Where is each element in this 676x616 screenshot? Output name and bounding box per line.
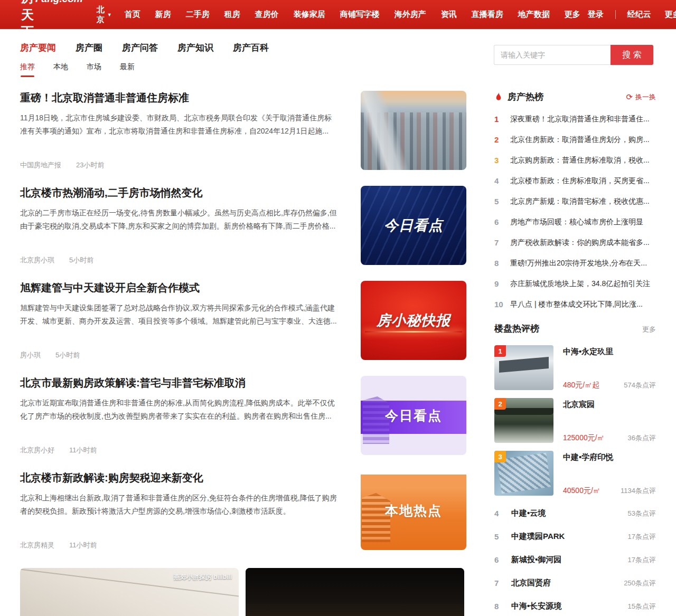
- article-text: 重磅！北京取消普通非普通住房标准 11月18日晚，北京市住房城乡建设委、市财政局…: [20, 91, 337, 170]
- refresh-button[interactable]: ⟳ 换一换: [626, 92, 656, 102]
- property-photo: 3: [494, 451, 553, 496]
- article-item: 重磅！北京取消普通非普通住房标准 11月18日晚，北京市住房城乡建设委、市财政局…: [20, 91, 466, 170]
- refresh-icon: ⟳: [626, 93, 633, 101]
- subtab-recommended[interactable]: 推荐: [20, 62, 35, 77]
- video-card-apartment-tour[interactable]: 燕郊小胖探房 bilibili 燕郊｜135平｜3房: [20, 568, 239, 616]
- property-row[interactable]: 7 北京国贤府 250条点评: [494, 578, 656, 588]
- subtab-local[interactable]: 本地: [53, 62, 68, 77]
- article-excerpt: 旭辉建管与中天建设集团签署了总对总战略合作协议,双方将共同探索多元化的合作模式,…: [20, 301, 337, 328]
- article-thumbnail-banner[interactable]: 本地热点: [361, 471, 466, 550]
- nav-item-news[interactable]: 资讯: [434, 10, 464, 20]
- hot-item-text: 房产税收新政解读：你的购房成本能省多...: [510, 238, 656, 248]
- hot-list-item[interactable]: 9 亦庄新城优质地块上架，34.8亿起拍引关注: [494, 279, 656, 289]
- hot-list-item[interactable]: 6 房地产市场回暖：核心城市房价上涨明显: [494, 217, 656, 227]
- hot-list-item[interactable]: 8 重磅!万州推出20宗待开发地块,分布在天...: [494, 259, 656, 268]
- rank-number: 5: [494, 197, 503, 206]
- broker-cloud-link[interactable]: 经纪云: [627, 10, 651, 20]
- nav-item-price-check[interactable]: 查房价: [248, 10, 286, 20]
- article-time: 11小时前: [69, 541, 97, 550]
- review-count: 53条点评: [628, 509, 656, 518]
- property-price: 40500元/㎡: [563, 486, 600, 496]
- property-item[interactable]: 1 中海•永定玖里 480元/㎡起 574条点评: [494, 345, 656, 390]
- hot-list-item[interactable]: 1 深夜重磅！北京取消普通住房和非普通住...: [494, 115, 656, 124]
- hot-item-text: 房地产市场回暖：核心城市房价上涨明显: [510, 217, 656, 227]
- article-title[interactable]: 北京楼市新政解读:购房契税迎来新变化: [20, 471, 337, 485]
- banner-label: 本地热点: [361, 502, 466, 519]
- rank-number: 9: [494, 279, 503, 288]
- article-meta: 北京房小好 11小时前: [20, 446, 337, 455]
- article-meta: 北京房小琪 5小时前: [20, 255, 337, 265]
- article-title[interactable]: 北京市最新购房政策解读:普宅与非普宅标准取消: [20, 376, 337, 390]
- article-thumbnail-city-photo[interactable]: [361, 91, 466, 170]
- search-button[interactable]: 搜 索: [611, 45, 653, 65]
- flame-icon: [494, 92, 503, 102]
- property-item[interactable]: 3 中建•学府印悦 40500元/㎡ 1134条点评: [494, 451, 656, 496]
- nav-item-overseas[interactable]: 海外房产: [387, 10, 434, 20]
- tab-property-knowledge[interactable]: 房产知识: [177, 42, 213, 54]
- hot-list-item[interactable]: 4 北京楼市新政：住房标准取消，买房更省...: [494, 176, 656, 186]
- city-label: 北京: [97, 5, 105, 25]
- nav-item-live[interactable]: 直播看房: [464, 10, 511, 20]
- article-thumbnail-banner[interactable]: 今日看点: [361, 376, 466, 455]
- hot-list-item[interactable]: 3 北京购房新政：普通住房标准取消，税收...: [494, 156, 656, 165]
- site-logo[interactable]: 房天下 Fang.com: [21, 0, 83, 40]
- main-nav: 首页 新房 二手房 租房 查房价 装修家居 商铺写字楼 海外房产 资讯 直播看房…: [117, 10, 588, 20]
- article-meta: 北京房精灵 11小时前: [20, 541, 337, 550]
- property-row[interactable]: 8 中海•长安源境 15条点评: [494, 601, 656, 611]
- article-excerpt: 北京的二手房市场正在经历一场变化,待售房数量小幅减少。虽然与历史高点相比,库存仍…: [20, 206, 337, 233]
- video-card-gate-scene[interactable]: [246, 568, 464, 616]
- subtab-market[interactable]: 市场: [87, 62, 101, 77]
- nav-item-resale[interactable]: 二手房: [179, 10, 217, 20]
- nav-item-more[interactable]: 更多: [557, 10, 588, 20]
- article-item: 北京楼市新政解读:购房契税迎来新变化 北京和上海相继出台新政,取消了普通和非普通…: [20, 471, 466, 550]
- nav-item-home[interactable]: 首页: [117, 10, 148, 20]
- nav-item-decor[interactable]: 装修家居: [286, 10, 333, 20]
- tab-property-news[interactable]: 房产要闻: [20, 42, 56, 54]
- article-source: 房小琪: [20, 350, 41, 360]
- banner-label: 今日看点: [361, 216, 466, 235]
- tab-property-wiki[interactable]: 房产百科: [233, 42, 269, 54]
- article-thumbnail-banner[interactable]: 今日看点: [361, 186, 466, 265]
- article-feed: 重磅！北京取消普通非普通住房标准 11月18日晚，北京市住房城乡建设委、市财政局…: [20, 91, 466, 616]
- property-row[interactable]: 6 新城投•御河园 17条点评: [494, 555, 656, 565]
- login-link[interactable]: 登录: [588, 10, 604, 20]
- hot-item-text: 深夜重磅！北京取消普通住房和非普通住...: [510, 115, 656, 124]
- article-title[interactable]: 旭辉建管与中天建设开启全新合作模式: [20, 281, 337, 295]
- article-thumbnail-banner[interactable]: 房小秘快报: [361, 281, 466, 360]
- more-services-link[interactable]: 更多服务: [665, 10, 676, 20]
- article-title[interactable]: 北京楼市热潮涌动,二手房市场悄然变化: [20, 186, 337, 200]
- hot-list-item[interactable]: 2 北京住房新政：取消普通住房划分，购房...: [494, 135, 656, 145]
- city-selector[interactable]: 北京 ▼: [97, 5, 112, 25]
- rank-number: 7: [494, 579, 503, 587]
- nav-item-commercial[interactable]: 商铺写字楼: [333, 10, 387, 20]
- hot-item-text: 北京楼市新政：住房标准取消，买房更省...: [510, 176, 656, 186]
- article-excerpt: 北京市近期宣布取消普通住房和非普通住房的标准,从而简化购房流程,降低购房成本。此…: [20, 396, 337, 423]
- tab-property-circle[interactable]: 房产圈: [76, 42, 102, 54]
- tab-property-qa[interactable]: 房产问答: [122, 42, 158, 54]
- rank-number: 3: [494, 156, 503, 165]
- search-input[interactable]: [494, 45, 611, 65]
- article-text: 北京市最新购房政策解读:普宅与非普宅标准取消 北京市近期宣布取消普通住房和非普通…: [20, 376, 337, 455]
- review-count: 574条点评: [624, 381, 656, 390]
- review-ranking-title: 楼盘热评榜: [494, 323, 539, 335]
- property-name: 中海•长安源境: [511, 601, 561, 611]
- top-navigation-bar: 房天下 Fang.com 北京 ▼ 首页 新房 二手房 租房 查房价 装修家居 …: [0, 0, 676, 29]
- property-row[interactable]: 4 中建•云境 53条点评: [494, 508, 656, 518]
- nav-item-data[interactable]: 地产数据: [511, 10, 557, 20]
- article-source: 北京房小琪: [20, 255, 54, 265]
- hot-list-item[interactable]: 10 早八点 | 楼市整体成交环比下降,同比涨...: [494, 300, 656, 309]
- more-link[interactable]: 更多: [642, 325, 656, 334]
- page-header: 房产要闻 房产圈 房产问答 房产知识 房产百科 推荐 本地 市场 最新 搜 索: [0, 42, 676, 77]
- review-count: 1134条点评: [621, 486, 656, 496]
- nav-item-new-homes[interactable]: 新房: [148, 10, 179, 20]
- property-row[interactable]: 5 中建璞园PARK 17条点评: [494, 532, 656, 542]
- property-item[interactable]: 2 北京宸园 125000元/㎡ 36条点评: [494, 398, 656, 443]
- nav-item-rent[interactable]: 租房: [217, 10, 248, 20]
- property-info: 中海•永定玖里 480元/㎡起 574条点评: [563, 345, 656, 390]
- subtab-latest[interactable]: 最新: [120, 62, 135, 77]
- hot-list-item[interactable]: 5 北京房产新规：取消普宅标准，税收优惠...: [494, 197, 656, 206]
- rank-number: 6: [494, 555, 503, 564]
- article-title[interactable]: 重磅！北京取消普通非普通住房标准: [20, 91, 337, 105]
- hot-list-item[interactable]: 7 房产税收新政解读：你的购房成本能省多...: [494, 238, 656, 248]
- video-watermark: 燕郊小胖探房 bilibili: [174, 573, 232, 582]
